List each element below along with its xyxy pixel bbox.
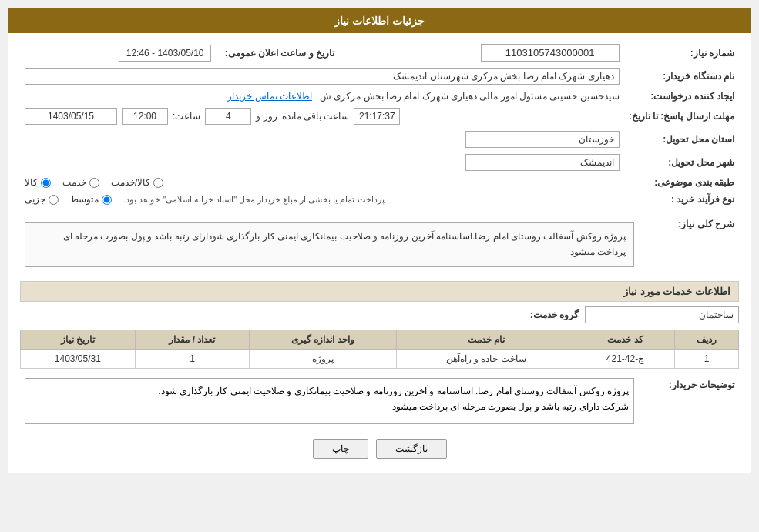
goroh-box: ساختمان [585,306,739,323]
tarikh-value: 1403/05/10 - 12:46 [20,41,216,65]
th-tarikh: تاریخ نیاز [21,330,136,349]
tozihat-textarea [25,378,634,424]
ijad-value: سیدحسین حسینی مسئول امور مالی دهیاری شهر… [20,88,624,105]
card-body: شماره نیاز: 1103105743000001 تاریخ و ساع… [8,33,751,473]
row-ijad: ایجاد کننده درخواست: سیدحسین حسینی مسئول… [20,88,739,105]
page-wrapper: جزئیات اطلاعات نیاز شماره نیاز: 11031057… [0,0,759,532]
tozihat-value [20,375,639,430]
row-shomara: شماره نیاز: 1103105743000001 تاریخ و ساع… [20,41,739,65]
row-dastgah: نام دستگاه خریدار: دهیاری شهرک امام رضا … [20,65,739,88]
dastgah-box: دهیاری شهرک امام رضا بخش مرکزی شهرستان ا… [25,68,620,85]
card-header: جزئیات اطلاعات نیاز [8,8,751,33]
radio-kala[interactable]: کالا [25,177,51,188]
main-card: جزئیات اطلاعات نیاز شماره نیاز: 11031057… [8,8,751,473]
cell-vahed: پروژه [250,349,396,368]
shahr-box: اندیمشک [465,154,620,171]
mohlet-time-box: 12:00 [122,108,168,125]
goroh-label: گروه خدمت: [530,309,579,320]
ijad-link[interactable]: اطلاعات تماس خریدار [227,91,312,102]
th-vahed: واحد اندازه گیری [250,330,396,349]
ijad-text: سیدحسین حسینی مسئول امور مالی دهیاری شهر… [320,91,620,102]
shahr-label: شهر محل تحویل: [624,151,739,174]
table-body: 1 ج-42-421 ساخت جاده و راه‌آهن پروژه 1 1… [21,349,739,368]
table-header-row: ردیف کد خدمت نام خدمت واحد اندازه گیری ت… [21,330,739,349]
cell-radif: 1 [675,349,739,368]
print-button[interactable]: چاپ [313,439,368,459]
services-table: ردیف کد خدمت نام خدمت واحد اندازه گیری ت… [20,330,739,369]
th-kod: کد خدمت [576,330,675,349]
row-sharh: شرح کلی نیاز: پروژه روکش آسفالت روستای ا… [20,214,739,275]
cell-name: ساخت جاده و راه‌آهن [396,349,576,368]
cell-tedad: 1 [135,349,250,368]
tabaqe-label: طبقه بندی موضوعی: [624,174,739,191]
sharh-label: شرح کلی نیاز: [639,214,739,275]
button-row: بازگشت چاپ [20,439,739,459]
radio-khidmat[interactable]: خدمت [62,177,99,188]
th-tedad: تعداد / مقدار [135,330,250,349]
tarikh-box: 1403/05/10 - 12:46 [119,45,211,62]
dastgah-value: دهیاری شهرک امام رضا بخش مرکزی شهرستان ا… [20,65,624,88]
row-noe-farayand: نوع فرآیند خرید : پرداخت تمام یا بخشی از… [20,191,739,208]
info-table: شماره نیاز: 1103105743000001 تاریخ و ساع… [20,41,739,208]
group-row: ساختمان گروه خدمت: [20,306,739,323]
ostan-value: خوزستان [20,128,624,151]
mohlet-time-label: ساعت: [173,111,200,122]
mohlet-roz-box: 4 [205,108,251,125]
radio-motavaset[interactable]: متوسط [70,194,112,205]
ijad-label: ایجاد کننده درخواست: [624,88,739,105]
row-ostan: استان محل تحویل: خوزستان [20,128,739,151]
row-tozihat: توضیحات خریدار: [20,375,739,430]
table-head: ردیف کد خدمت نام خدمت واحد اندازه گیری ت… [21,330,739,349]
shomara-value: 1103105743000001 [339,41,624,65]
tarikh-label: تاریخ و ساعت اعلان عمومی: [216,41,339,65]
sharh-table: شرح کلی نیاز: پروژه روکش آسفالت روستای ا… [20,214,739,275]
ostan-box: خوزستان [465,131,620,148]
radio-kala-khidmat[interactable]: کالا/خدمت [111,177,163,188]
back-button[interactable]: بازگشت [376,439,447,459]
tabaqe-value: کالا/خدمت خدمت کالا [20,174,624,191]
tozihat-label: توضیحات خریدار: [639,375,739,430]
row-tabaqe: طبقه بندی موضوعی: کالا/خدمت خدمت کالا [20,174,739,191]
shomara-box: 1103105743000001 [481,44,620,62]
mohlet-value: 21:17:37 ساعت باقی مانده روز و 4 ساعت: 1… [20,105,624,128]
page-title: جزئیات اطلاعات نیاز [334,15,425,27]
shahr-value: اندیمشک [20,151,624,174]
khadamat-header: اطلاعات خدمات مورد نیاز [20,281,739,302]
mohlet-label: مهلت ارسال پاسخ: تا تاریخ: [624,105,739,128]
sharh-value: پروژه روکش آسفالت روستای امام رضا.اساسنا… [20,214,639,275]
th-name: نام خدمت [396,330,576,349]
sharh-box: پروژه روکش آسفالت روستای امام رضا.اساسنا… [25,222,634,267]
mohlet-roz-label: روز و [256,111,277,122]
th-radif: ردیف [675,330,739,349]
cell-tarikh: 1403/05/31 [21,349,136,368]
noe-farayand-label: نوع فرآیند خرید : [624,191,739,208]
row-shahr: شهر محل تحویل: اندیمشک [20,151,739,174]
radio-jozii[interactable]: جزیی [25,194,59,205]
noe-farayand-note: پرداخت تمام یا بخشی از مبلغ خریداز محل "… [123,195,385,205]
noe-farayand-value: پرداخت تمام یا بخشی از مبلغ خریداز محل "… [20,191,624,208]
dastgah-label: نام دستگاه خریدار: [624,65,739,88]
cell-kod: ج-42-421 [576,349,675,368]
row-mohlet: مهلت ارسال پاسخ: تا تاریخ: 21:17:37 ساعت… [20,105,739,128]
ostan-label: استان محل تحویل: [624,128,739,151]
table-row: 1 ج-42-421 ساخت جاده و راه‌آهن پروژه 1 1… [21,349,739,368]
mohlet-date-box: 1403/05/15 [25,108,117,125]
mohlet-saat-mande-label: ساعت باقی مانده [282,111,350,122]
mohlet-saat-mande-box: 21:17:37 [354,108,400,125]
shomara-label: شماره نیاز: [624,41,739,65]
tozihat-table: توضیحات خریدار: [20,375,739,430]
